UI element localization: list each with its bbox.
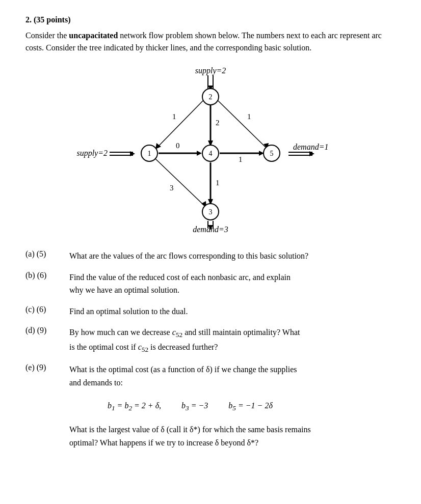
question-b-text: Find the value of the reduced cost of ea… (69, 271, 291, 297)
question-e: (e) (9) What is the optimal cost (as a f… (25, 363, 396, 449)
svg-text:1: 1 (172, 113, 176, 121)
question-e-label: (e) (9) (25, 363, 66, 372)
question-a: (a) (5) What are the values of the arc f… (25, 249, 396, 263)
question-e-text: What is the optimal cost (as a function … (69, 363, 311, 449)
question-d: (d) (9) By how much can we decrease c52 … (25, 326, 396, 355)
formula-b5: b5 = −1 − 2δ (228, 398, 273, 415)
formula-b1b2: b1 = b2 = 2 + δ, (108, 398, 161, 415)
svg-text:1: 1 (239, 155, 243, 163)
question-b: (b) (6) Find the value of the reduced co… (25, 271, 396, 297)
svg-text:2: 2 (209, 93, 213, 101)
svg-text:2: 2 (216, 119, 220, 127)
svg-text:3: 3 (170, 184, 174, 192)
svg-text:supply=2: supply=2 (76, 149, 108, 158)
problem-number: 2. (35 points) (25, 15, 396, 24)
svg-text:1: 1 (216, 179, 220, 187)
svg-text:1: 1 (247, 113, 251, 121)
question-c-text: Find an optimal solution to the dual. (69, 305, 188, 318)
svg-text:demand=1: demand=1 (293, 143, 328, 151)
svg-marker-20 (197, 151, 202, 156)
svg-text:supply=2: supply=2 (195, 66, 226, 75)
intro-text: Consider the uncapacitated network flow … (25, 30, 396, 54)
question-c-label: (c) (6) (25, 305, 66, 314)
question-a-label: (a) (5) (25, 249, 66, 259)
question-a-text: What are the values of the arc flows cor… (69, 249, 308, 263)
svg-line-28 (157, 101, 203, 147)
svg-text:4: 4 (209, 150, 213, 157)
svg-text:0: 0 (176, 142, 180, 150)
question-c: (c) (6) Find an optimal solution to the … (25, 305, 396, 318)
questions-list: (a) (5) What are the values of the arc f… (25, 249, 396, 450)
formula-block: b1 = b2 = 2 + δ, b3 = −3 b5 = −1 − 2δ (69, 398, 311, 415)
diagram-container: supply=2 supply=2 demand=1 demand=3 2 0 (25, 64, 396, 237)
question-d-label: (d) (9) (25, 326, 66, 335)
svg-text:1: 1 (148, 150, 151, 157)
svg-text:5: 5 (270, 150, 274, 157)
svg-line-31 (218, 101, 266, 147)
question-b-label: (b) (6) (25, 271, 66, 280)
question-d-text: By how much can we decrease c52 and stil… (69, 326, 300, 355)
svg-line-34 (155, 159, 204, 206)
formula-b3: b3 = −3 (181, 398, 208, 415)
final-question: What is the largest value of δ (call it … (69, 423, 311, 449)
svg-text:3: 3 (209, 208, 213, 216)
